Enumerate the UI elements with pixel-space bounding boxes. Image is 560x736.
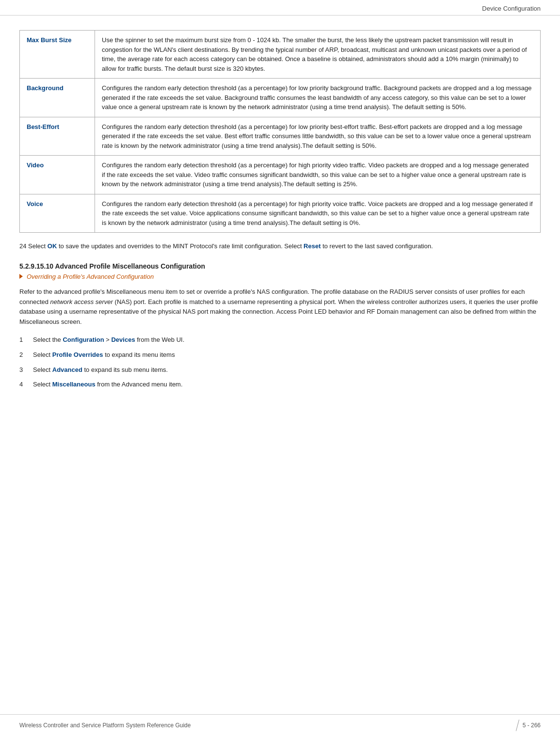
footer-divider: 5 - 266 bbox=[515, 720, 541, 731]
step-link[interactable]: Profile Overrides bbox=[52, 351, 103, 358]
table-row: Max Burst SizeUse the spinner to set the… bbox=[20, 31, 541, 79]
header-title: Device Configuration bbox=[482, 5, 541, 12]
overriding-link[interactable]: Overriding a Profile's Advanced Configur… bbox=[19, 273, 541, 280]
step24-suffix: to revert to the last saved configuratio… bbox=[321, 242, 433, 250]
list-item: 3Select Advanced to expand its sub menu … bbox=[19, 365, 541, 375]
step-number: 3 bbox=[19, 365, 28, 375]
arrow-icon bbox=[19, 274, 23, 279]
footer-right: 5 - 266 bbox=[523, 722, 541, 729]
step-24: 24 Select OK to save the updates and ove… bbox=[19, 241, 541, 252]
list-item: 2Select Profile Overrides to expand its … bbox=[19, 350, 541, 360]
page-footer: Wireless Controller and Service Platform… bbox=[0, 714, 560, 736]
section-heading: 5.2.9.15.10 Advanced Profile Miscellaneo… bbox=[19, 262, 541, 270]
table-cell-description: Configures the random early detection th… bbox=[95, 156, 541, 194]
step-text: Select the Configuration > Devices from … bbox=[33, 335, 184, 345]
table-cell-label: Best-Effort bbox=[20, 117, 95, 156]
step-text: Select Miscellaneous from the Advanced m… bbox=[33, 380, 183, 390]
step-link[interactable]: Advanced bbox=[52, 366, 82, 373]
step-text: Select Profile Overrides to expand its m… bbox=[33, 350, 175, 360]
body-paragraph: Refer to the advanced profile's Miscella… bbox=[19, 287, 541, 327]
table-row: VoiceConfigures the random early detecti… bbox=[20, 194, 541, 233]
step-link[interactable]: Miscellaneous bbox=[52, 381, 96, 388]
step-number: 4 bbox=[19, 380, 28, 390]
table-cell-label: Video bbox=[20, 156, 95, 194]
page-header: Device Configuration bbox=[0, 0, 560, 16]
step-text: Select Advanced to expand its sub menu i… bbox=[33, 365, 168, 375]
step-link[interactable]: Configuration bbox=[63, 336, 104, 343]
step-number: 1 bbox=[19, 335, 28, 345]
config-table: Max Burst SizeUse the spinner to set the… bbox=[19, 30, 541, 233]
table-row: VideoConfigures the random early detecti… bbox=[20, 156, 541, 194]
table-cell-description: Configures the random early detection th… bbox=[95, 79, 541, 117]
step24-prefix: 24 Select bbox=[19, 242, 48, 250]
table-cell-description: Configures the random early detection th… bbox=[95, 194, 541, 233]
overriding-link-text: Overriding a Profile's Advanced Configur… bbox=[27, 273, 154, 280]
footer-left: Wireless Controller and Service Platform… bbox=[19, 722, 191, 729]
table-cell-label: Background bbox=[20, 79, 95, 117]
page-content: Max Burst SizeUse the spinner to set the… bbox=[0, 16, 560, 424]
numbered-steps-list: 1Select the Configuration > Devices from… bbox=[19, 335, 541, 390]
step24-middle: to save the updates and overrides to the… bbox=[57, 242, 304, 250]
table-row: Best-EffortConfigures the random early d… bbox=[20, 117, 541, 156]
list-item: 4Select Miscellaneous from the Advanced … bbox=[19, 380, 541, 390]
step-link[interactable]: Devices bbox=[111, 336, 135, 343]
footer-slash-icon bbox=[516, 720, 519, 731]
table-cell-description: Configures the random early detection th… bbox=[95, 117, 541, 156]
step24-ok: OK bbox=[48, 242, 57, 250]
table-cell-description: Use the spinner to set the maximum burst… bbox=[95, 31, 541, 79]
step24-reset: Reset bbox=[304, 242, 320, 250]
table-row: BackgroundConfigures the random early de… bbox=[20, 79, 541, 117]
step-number: 2 bbox=[19, 350, 28, 360]
table-cell-label: Voice bbox=[20, 194, 95, 233]
list-item: 1Select the Configuration > Devices from… bbox=[19, 335, 541, 345]
table-cell-label: Max Burst Size bbox=[20, 31, 95, 79]
